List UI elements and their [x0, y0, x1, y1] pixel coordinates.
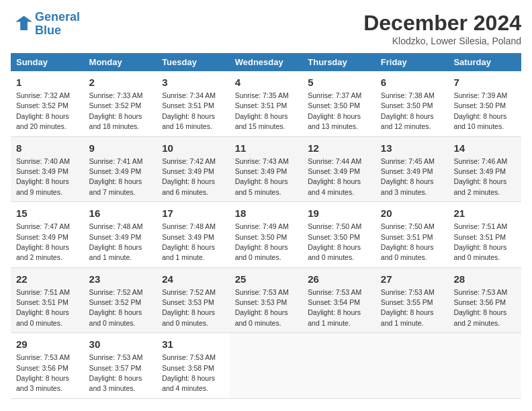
- day-number: 11: [235, 141, 298, 155]
- col-header-tuesday: Tuesday: [157, 53, 230, 71]
- week-row-5: 29Sunrise: 7:53 AMSunset: 3:56 PMDayligh…: [11, 333, 521, 399]
- logo: General Blue: [11, 11, 80, 38]
- day-cell: 27Sunrise: 7:53 AMSunset: 3:55 PMDayligh…: [375, 267, 449, 333]
- day-cell: 13Sunrise: 7:45 AMSunset: 3:49 PMDayligh…: [375, 136, 449, 202]
- day-number: 4: [235, 75, 298, 89]
- logo-line1: General: [35, 10, 80, 24]
- day-info: Sunrise: 7:46 AMSunset: 3:49 PMDaylight:…: [453, 157, 507, 196]
- day-number: 25: [235, 272, 298, 286]
- week-row-3: 15Sunrise: 7:47 AMSunset: 3:49 PMDayligh…: [11, 202, 521, 268]
- day-info: Sunrise: 7:39 AMSunset: 3:50 PMDaylight:…: [453, 91, 507, 130]
- day-number: 16: [89, 206, 152, 220]
- day-number: 19: [308, 206, 370, 220]
- day-cell: 2Sunrise: 7:33 AMSunset: 3:52 PMDaylight…: [84, 71, 157, 136]
- day-cell: 24Sunrise: 7:52 AMSunset: 3:53 PMDayligh…: [157, 267, 230, 333]
- day-cell: 29Sunrise: 7:53 AMSunset: 3:56 PMDayligh…: [11, 333, 84, 399]
- day-info: Sunrise: 7:53 AMSunset: 3:58 PMDaylight:…: [162, 353, 216, 392]
- day-cell: 10Sunrise: 7:42 AMSunset: 3:49 PMDayligh…: [157, 136, 230, 202]
- day-info: Sunrise: 7:34 AMSunset: 3:51 PMDaylight:…: [162, 91, 216, 130]
- day-cell: 6Sunrise: 7:38 AMSunset: 3:50 PMDaylight…: [375, 71, 449, 136]
- day-info: Sunrise: 7:51 AMSunset: 3:51 PMDaylight:…: [453, 222, 507, 261]
- day-cell: 14Sunrise: 7:46 AMSunset: 3:49 PMDayligh…: [448, 136, 521, 202]
- day-number: 31: [162, 337, 224, 351]
- day-info: Sunrise: 7:43 AMSunset: 3:49 PMDaylight:…: [235, 157, 289, 196]
- day-info: Sunrise: 7:41 AMSunset: 3:49 PMDaylight:…: [89, 157, 143, 196]
- day-info: Sunrise: 7:53 AMSunset: 3:54 PMDaylight:…: [308, 288, 361, 327]
- day-info: Sunrise: 7:49 AMSunset: 3:50 PMDaylight:…: [235, 222, 289, 261]
- day-cell: 17Sunrise: 7:48 AMSunset: 3:49 PMDayligh…: [157, 202, 230, 268]
- day-info: Sunrise: 7:37 AMSunset: 3:50 PMDaylight:…: [308, 91, 361, 130]
- day-number: 27: [381, 272, 443, 286]
- day-cell: 8Sunrise: 7:40 AMSunset: 3:49 PMDaylight…: [11, 136, 84, 202]
- day-info: Sunrise: 7:52 AMSunset: 3:52 PMDaylight:…: [89, 288, 143, 327]
- day-info: Sunrise: 7:48 AMSunset: 3:49 PMDaylight:…: [162, 222, 216, 261]
- day-cell: 25Sunrise: 7:53 AMSunset: 3:53 PMDayligh…: [230, 267, 303, 333]
- day-cell: [302, 333, 375, 399]
- day-number: 13: [381, 141, 443, 155]
- calendar-table: SundayMondayTuesdayWednesdayThursdayFrid…: [11, 53, 521, 399]
- col-header-thursday: Thursday: [302, 53, 375, 71]
- day-info: Sunrise: 7:33 AMSunset: 3:52 PMDaylight:…: [89, 91, 143, 130]
- calendar-header-row: SundayMondayTuesdayWednesdayThursdayFrid…: [11, 53, 521, 71]
- day-cell: [448, 333, 521, 399]
- day-cell: 22Sunrise: 7:51 AMSunset: 3:51 PMDayligh…: [11, 267, 84, 333]
- col-header-saturday: Saturday: [448, 53, 521, 71]
- day-cell: 3Sunrise: 7:34 AMSunset: 3:51 PMDaylight…: [157, 71, 230, 136]
- day-number: 24: [162, 272, 224, 286]
- day-info: Sunrise: 7:32 AMSunset: 3:52 PMDaylight:…: [16, 91, 70, 130]
- day-info: Sunrise: 7:53 AMSunset: 3:56 PMDaylight:…: [16, 353, 70, 392]
- day-info: Sunrise: 7:50 AMSunset: 3:50 PMDaylight:…: [308, 222, 361, 261]
- day-info: Sunrise: 7:44 AMSunset: 3:49 PMDaylight:…: [308, 157, 361, 196]
- day-number: 28: [453, 272, 516, 286]
- col-header-sunday: Sunday: [11, 53, 84, 71]
- day-cell: 23Sunrise: 7:52 AMSunset: 3:52 PMDayligh…: [84, 267, 157, 333]
- day-info: Sunrise: 7:48 AMSunset: 3:49 PMDaylight:…: [89, 222, 143, 261]
- calendar-body: 1Sunrise: 7:32 AMSunset: 3:52 PMDaylight…: [11, 71, 521, 398]
- day-number: 29: [16, 337, 79, 351]
- day-info: Sunrise: 7:40 AMSunset: 3:49 PMDaylight:…: [16, 157, 70, 196]
- day-number: 6: [381, 75, 443, 89]
- day-info: Sunrise: 7:52 AMSunset: 3:53 PMDaylight:…: [162, 288, 216, 327]
- day-cell: 20Sunrise: 7:50 AMSunset: 3:51 PMDayligh…: [375, 202, 449, 268]
- day-info: Sunrise: 7:53 AMSunset: 3:57 PMDaylight:…: [89, 353, 143, 392]
- day-info: Sunrise: 7:47 AMSunset: 3:49 PMDaylight:…: [16, 222, 70, 261]
- day-cell: 30Sunrise: 7:53 AMSunset: 3:57 PMDayligh…: [84, 333, 157, 399]
- day-cell: 4Sunrise: 7:35 AMSunset: 3:51 PMDaylight…: [230, 71, 303, 136]
- week-row-4: 22Sunrise: 7:51 AMSunset: 3:51 PMDayligh…: [11, 267, 521, 333]
- day-number: 12: [308, 141, 370, 155]
- day-cell: 18Sunrise: 7:49 AMSunset: 3:50 PMDayligh…: [230, 202, 303, 268]
- col-header-friday: Friday: [375, 53, 449, 71]
- svg-marker-0: [15, 15, 32, 30]
- logo-icon: [11, 13, 32, 35]
- day-cell: 15Sunrise: 7:47 AMSunset: 3:49 PMDayligh…: [11, 202, 84, 268]
- day-number: 17: [162, 206, 224, 220]
- day-info: Sunrise: 7:53 AMSunset: 3:55 PMDaylight:…: [381, 288, 435, 327]
- day-number: 21: [453, 206, 516, 220]
- day-cell: 12Sunrise: 7:44 AMSunset: 3:49 PMDayligh…: [302, 136, 375, 202]
- day-cell: 5Sunrise: 7:37 AMSunset: 3:50 PMDaylight…: [302, 71, 375, 136]
- day-cell: [230, 333, 303, 399]
- day-number: 23: [89, 272, 152, 286]
- day-info: Sunrise: 7:45 AMSunset: 3:49 PMDaylight:…: [381, 157, 435, 196]
- day-info: Sunrise: 7:38 AMSunset: 3:50 PMDaylight:…: [381, 91, 435, 130]
- day-number: 8: [16, 141, 79, 155]
- logo-text: General Blue: [35, 11, 80, 38]
- day-cell: 21Sunrise: 7:51 AMSunset: 3:51 PMDayligh…: [448, 202, 521, 268]
- day-number: 9: [89, 141, 152, 155]
- day-cell: 26Sunrise: 7:53 AMSunset: 3:54 PMDayligh…: [302, 267, 375, 333]
- day-cell: 16Sunrise: 7:48 AMSunset: 3:49 PMDayligh…: [84, 202, 157, 268]
- day-info: Sunrise: 7:35 AMSunset: 3:51 PMDaylight:…: [235, 91, 289, 130]
- day-cell: 1Sunrise: 7:32 AMSunset: 3:52 PMDaylight…: [11, 71, 84, 136]
- day-number: 5: [308, 75, 370, 89]
- day-cell: 31Sunrise: 7:53 AMSunset: 3:58 PMDayligh…: [157, 333, 230, 399]
- location-title: Klodzko, Lower Silesia, Poland: [363, 36, 521, 46]
- day-cell: [375, 333, 449, 399]
- day-cell: 19Sunrise: 7:50 AMSunset: 3:50 PMDayligh…: [302, 202, 375, 268]
- day-number: 7: [453, 75, 516, 89]
- day-cell: 9Sunrise: 7:41 AMSunset: 3:49 PMDaylight…: [84, 136, 157, 202]
- day-number: 1: [16, 75, 79, 89]
- day-number: 20: [381, 206, 443, 220]
- day-number: 18: [235, 206, 298, 220]
- title-area: December 2024 Klodzko, Lower Silesia, Po…: [363, 11, 521, 46]
- week-row-2: 8Sunrise: 7:40 AMSunset: 3:49 PMDaylight…: [11, 136, 521, 202]
